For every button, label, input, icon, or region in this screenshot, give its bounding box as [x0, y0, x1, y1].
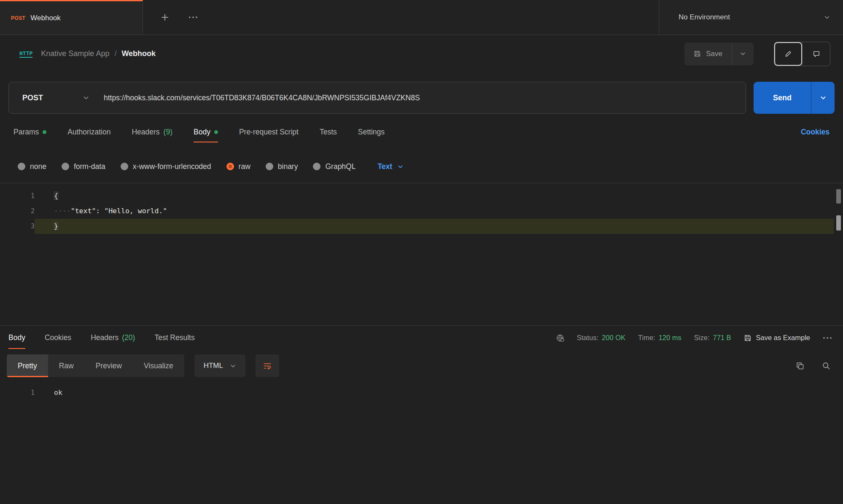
radio-icon: [121, 163, 128, 170]
tab-label: Headers: [132, 128, 159, 137]
save-button-group: Save: [684, 43, 754, 65]
save-as-example-button[interactable]: Save as Example: [744, 334, 810, 342]
radio-label: form-data: [74, 162, 105, 171]
breadcrumb-collection[interactable]: Knative Sample App: [41, 49, 109, 58]
view-pretty-button[interactable]: Pretty: [7, 354, 48, 377]
save-options-button[interactable]: [732, 43, 754, 65]
tab-pre-request-script[interactable]: Pre-request Script: [239, 114, 299, 150]
response-tab-headers[interactable]: Headers (20): [91, 326, 135, 350]
body-type-raw[interactable]: raw: [226, 162, 250, 171]
send-button-label: Send: [773, 94, 792, 102]
tab-authorization[interactable]: Authorization: [67, 114, 110, 150]
comments-button[interactable]: [802, 42, 830, 66]
body-indicator-dot: [214, 130, 218, 134]
response-view-switcher: Pretty Raw Preview Visualize: [7, 354, 184, 377]
body-type-form-data[interactable]: form-data: [62, 162, 105, 171]
search-response-button[interactable]: [822, 362, 830, 370]
response-options-button[interactable]: [823, 336, 832, 340]
send-button[interactable]: Send: [754, 82, 811, 114]
postman-window: POST Webhook No Environment HTTP: [0, 0, 843, 504]
method-dropdown[interactable]: POST: [9, 94, 104, 102]
body-type-graphql[interactable]: GraphQL: [313, 162, 356, 171]
send-options-button[interactable]: [811, 82, 835, 114]
scrollbar-thumb[interactable]: [836, 215, 841, 231]
breadcrumb-request-name[interactable]: Webhook: [121, 49, 156, 58]
tab-settings[interactable]: Settings: [358, 114, 385, 150]
tab-method-badge: POST: [11, 15, 25, 21]
response-meta: Status: 200 OK Time: 120 ms Size: 771 B …: [556, 334, 832, 342]
chevron-down-icon: [824, 14, 830, 21]
response-header: Body Cookies Headers (20) Test Results S…: [0, 325, 843, 350]
params-indicator-dot: [43, 130, 46, 134]
request-body-editor[interactable]: 1 { 2 ····"text": "Hello, world." 3 }: [0, 183, 843, 325]
radio-label: GraphQL: [325, 162, 356, 171]
request-tab-bar: POST Webhook No Environment: [0, 0, 843, 35]
view-visualize-button[interactable]: Visualize: [133, 354, 184, 377]
view-preview-button[interactable]: Preview: [85, 354, 133, 377]
headers-count: (9): [164, 128, 172, 137]
more-options-icon: [823, 336, 832, 340]
tab-label: Authorization: [67, 128, 110, 137]
radio-label: none: [30, 162, 46, 171]
response-body[interactable]: 1 ok: [0, 378, 843, 504]
scrollbar-thumb[interactable]: [836, 189, 841, 204]
raw-format-dropdown[interactable]: Text: [377, 162, 404, 171]
tab-label: Params: [13, 128, 39, 137]
response-tab-body[interactable]: Body: [8, 326, 25, 350]
network-info-icon[interactable]: [556, 334, 564, 342]
chevron-down-icon: [230, 363, 236, 369]
editor-line-2[interactable]: 2 ····"text": "Hello, world.": [0, 204, 843, 219]
copy-icon: [796, 362, 804, 370]
whitespace-dots: ····: [54, 207, 71, 215]
url-bar: POST: [8, 82, 746, 114]
radio-icon: [62, 163, 69, 170]
response-headers-count: (20): [122, 333, 135, 342]
editor-line-3[interactable]: 3 }: [0, 219, 843, 234]
response-format-dropdown[interactable]: HTML: [194, 354, 245, 377]
cookies-link[interactable]: Cookies: [801, 128, 830, 137]
tab-body[interactable]: Body: [194, 114, 218, 150]
line-number: 1: [0, 188, 35, 204]
response-tab-cookies[interactable]: Cookies: [45, 326, 71, 350]
save-as-example-label: Save as Example: [756, 334, 810, 342]
url-input[interactable]: [104, 94, 746, 102]
response-text: ok: [35, 385, 62, 400]
radio-icon: [18, 163, 25, 170]
editor-scrollbar[interactable]: [836, 188, 841, 247]
chevron-down-icon: [740, 51, 746, 57]
method-label: POST: [22, 94, 43, 102]
tab-label: Tests: [320, 128, 337, 137]
save-icon: [744, 334, 751, 342]
response-tab-test-results[interactable]: Test Results: [154, 326, 194, 350]
new-tab-button[interactable]: [161, 13, 169, 21]
body-type-none[interactable]: none: [18, 162, 46, 171]
save-icon: [694, 50, 701, 57]
raw-format-label: Text: [377, 162, 392, 171]
tab-options-button[interactable]: [189, 16, 198, 19]
body-type-binary[interactable]: binary: [266, 162, 298, 171]
request-header: HTTP Knative Sample App / Webhook Save: [0, 35, 843, 72]
view-raw-button[interactable]: Raw: [48, 354, 85, 377]
body-type-urlencoded[interactable]: x-www-form-urlencoded: [121, 162, 211, 171]
request-header-actions: Save: [684, 42, 830, 66]
chevron-down-icon: [397, 164, 404, 170]
environment-selector[interactable]: No Environment: [659, 0, 843, 35]
chevron-down-icon: [83, 94, 89, 101]
tab-params[interactable]: Params: [13, 114, 46, 150]
save-button[interactable]: Save: [684, 43, 732, 65]
response-toolbar: Pretty Raw Preview Visualize HTML: [0, 353, 843, 378]
editor-line-1[interactable]: 1 {: [0, 188, 843, 204]
edit-documentation-button[interactable]: [774, 42, 802, 66]
documentation-comment-group: [774, 42, 830, 66]
copy-response-button[interactable]: [796, 362, 804, 370]
open-request-tab[interactable]: POST Webhook: [0, 0, 143, 35]
time-value: 120 ms: [659, 334, 681, 342]
plus-icon: [161, 13, 169, 21]
send-button-group: Send: [754, 82, 835, 114]
line-number: 1: [0, 385, 35, 400]
search-icon: [822, 362, 830, 370]
url-row: POST Send: [0, 82, 843, 114]
wrap-lines-button[interactable]: [256, 354, 279, 377]
tab-headers[interactable]: Headers (9): [132, 114, 172, 150]
tab-tests[interactable]: Tests: [320, 114, 337, 150]
